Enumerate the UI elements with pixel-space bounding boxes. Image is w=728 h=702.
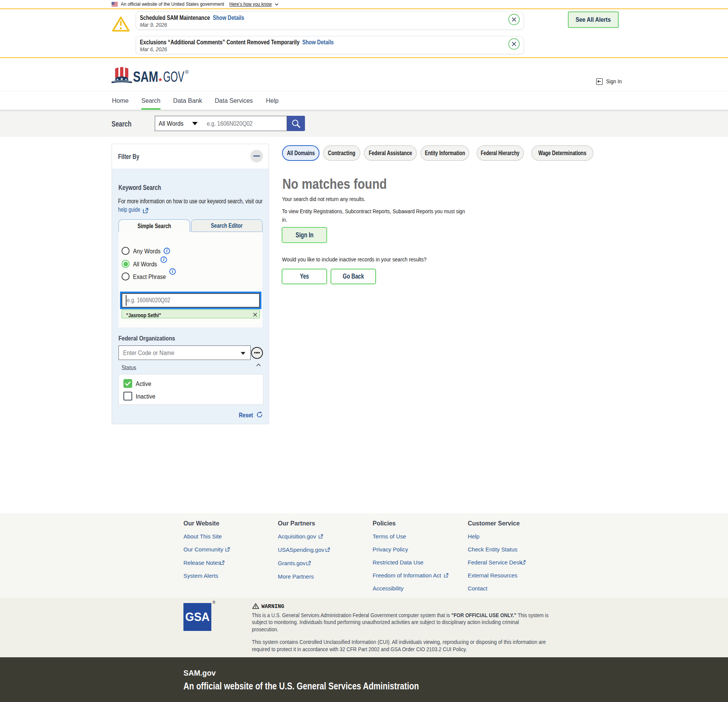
svg-text:SAM: SAM — [133, 68, 158, 85]
svg-text:GOV: GOV — [163, 69, 184, 85]
svg-text:®: ® — [185, 69, 189, 75]
